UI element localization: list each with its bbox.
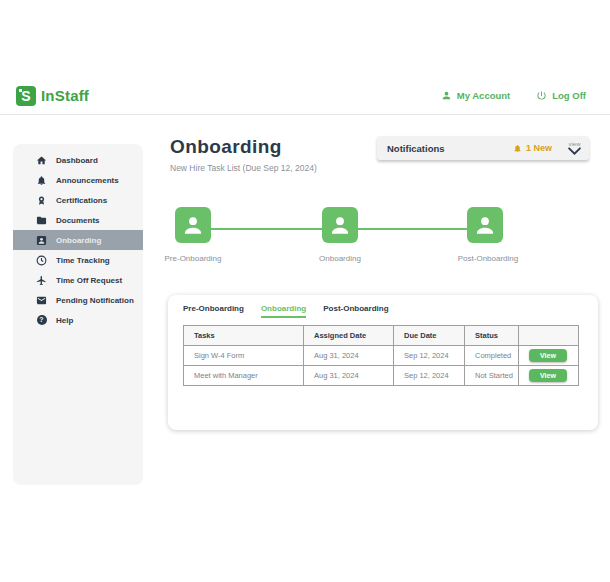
person-icon <box>472 212 498 238</box>
tab-post-onboarding[interactable]: Post-Onboarding <box>323 304 388 318</box>
tab-pre-onboarding[interactable]: Pre-Onboarding <box>183 304 244 318</box>
sidebar-item-label: Certifications <box>56 196 107 205</box>
table-row: Meet with Manager Aug 31, 2024 Sep 12, 2… <box>184 366 579 386</box>
page-title: Onboarding <box>170 136 282 158</box>
notifications-title: Notifications <box>387 143 445 154</box>
bell-icon <box>36 175 47 186</box>
log-off-button[interactable]: Log Off <box>536 90 586 101</box>
sidebar-item-label: Time Off Request <box>56 276 122 285</box>
brand-name: InStaff <box>41 87 89 104</box>
step-onboarding <box>322 207 358 243</box>
envelope-icon <box>36 295 47 306</box>
person-icon <box>441 90 452 101</box>
sidebar-item-time-off-request[interactable]: Time Off Request <box>13 270 143 290</box>
instaff-logo[interactable]: S InStaff <box>16 86 89 106</box>
notifications-view-toggle[interactable]: view <box>568 141 581 155</box>
due-date-cell: Sep 12, 2024 <box>394 346 465 366</box>
clock-icon <box>36 255 47 266</box>
app-window: S InStaff My Account Log Off Dashboard A… <box>0 0 610 582</box>
due-date-cell: Sep 12, 2024 <box>394 366 465 386</box>
task-cell: Meet with Manager <box>184 366 304 386</box>
table-row: Sign W-4 Form Aug 31, 2024 Sep 12, 2024 … <box>184 346 579 366</box>
airplane-icon <box>36 275 47 286</box>
table-header-row: Tasks Assigned Date Due Date Status <box>184 326 579 346</box>
col-header-assigned-date: Assigned Date <box>304 326 394 346</box>
col-header-tasks: Tasks <box>184 326 304 346</box>
col-header-actions <box>519 326 579 346</box>
view-button[interactable]: View <box>529 349 567 362</box>
view-button[interactable]: View <box>529 369 567 382</box>
sidebar-item-label: Pending Notification <box>56 296 134 305</box>
step-post-onboarding <box>467 207 503 243</box>
step-pre-onboarding <box>175 207 211 243</box>
bell-icon <box>513 144 522 153</box>
sidebar-item-certifications[interactable]: Certifications <box>13 190 143 210</box>
task-list-card: Pre-Onboarding Onboarding Post-Onboardin… <box>168 295 598 430</box>
sidebar-item-label: Help <box>56 316 73 325</box>
id-card-icon <box>36 235 47 246</box>
sidebar-item-announcements[interactable]: Announcements <box>13 170 143 190</box>
step-label: Pre-Onboarding <box>138 254 248 263</box>
step-label: Onboarding <box>285 254 395 263</box>
folder-icon <box>36 215 47 226</box>
sidebar-item-onboarding[interactable]: Onboarding <box>13 230 143 250</box>
assigned-date-cell: Aug 31, 2024 <box>304 366 394 386</box>
status-cell: Completed <box>465 346 519 366</box>
my-account-label: My Account <box>457 90 510 101</box>
help-icon: ? <box>36 315 47 326</box>
certificate-badge-icon <box>36 195 47 206</box>
sidebar-item-label: Time Tracking <box>56 256 110 265</box>
step-label: Post-Onboarding <box>433 254 543 263</box>
home-icon <box>36 155 47 166</box>
log-off-label: Log Off <box>552 90 586 101</box>
sidebar-item-time-tracking[interactable]: Time Tracking <box>13 250 143 270</box>
sidebar-item-label: Announcements <box>56 176 119 185</box>
tab-onboarding[interactable]: Onboarding <box>261 304 306 318</box>
person-icon <box>327 212 353 238</box>
chevron-down-icon <box>568 147 581 155</box>
status-cell: Not Started <box>465 366 519 386</box>
notifications-badge: 1 New <box>513 143 552 153</box>
tasks-table: Tasks Assigned Date Due Date Status Sign… <box>183 325 579 386</box>
my-account-button[interactable]: My Account <box>441 90 510 101</box>
stepper-connector <box>358 228 467 230</box>
power-icon <box>536 90 547 101</box>
instaff-logo-icon: S <box>16 86 36 106</box>
person-icon <box>180 212 206 238</box>
sidebar: Dashboard Announcements Certifications D… <box>13 144 143 485</box>
assigned-date-cell: Aug 31, 2024 <box>304 346 394 366</box>
task-tabs: Pre-Onboarding Onboarding Post-Onboardin… <box>168 295 598 318</box>
sidebar-item-pending-notification[interactable]: Pending Notification <box>13 290 143 310</box>
page-subtitle: New Hire Task List (Due Sep 12, 2024) <box>170 163 317 173</box>
sidebar-item-documents[interactable]: Documents <box>13 210 143 230</box>
stepper-connector <box>211 228 322 230</box>
col-header-due-date: Due Date <box>394 326 465 346</box>
top-bar: S InStaff My Account Log Off <box>0 77 610 115</box>
onboarding-stepper: Pre-Onboarding Onboarding Post-Onboardin… <box>175 207 505 265</box>
sidebar-item-label: Onboarding <box>56 236 101 245</box>
task-cell: Sign W-4 Form <box>184 346 304 366</box>
notifications-bar[interactable]: Notifications 1 New view <box>377 136 589 160</box>
notifications-count: 1 New <box>526 143 552 153</box>
sidebar-item-label: Dashboard <box>56 156 98 165</box>
sidebar-item-label: Documents <box>56 216 100 225</box>
col-header-status: Status <box>465 326 519 346</box>
sidebar-item-help[interactable]: ? Help <box>13 310 143 330</box>
sidebar-item-dashboard[interactable]: Dashboard <box>13 150 143 170</box>
